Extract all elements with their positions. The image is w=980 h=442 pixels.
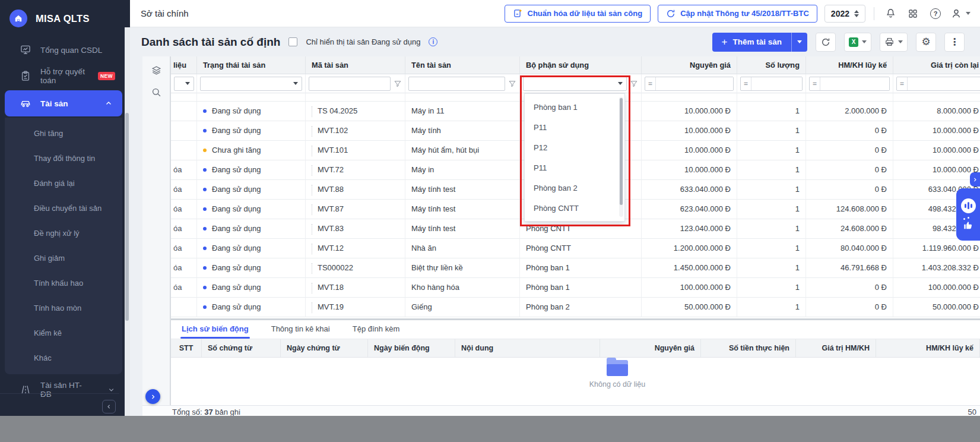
dropdown-option[interactable]: P12 bbox=[525, 138, 624, 158]
sidebar-subitem[interactable]: Tính khấu hao bbox=[5, 271, 122, 296]
apps-button[interactable] bbox=[905, 6, 921, 21]
detail-column-header[interactable]: HM/KH lũy kế bbox=[876, 339, 980, 357]
detail-column-header[interactable]: Ngày chứng từ bbox=[281, 339, 368, 357]
column-header-partial[interactable]: liệu bbox=[171, 56, 197, 74]
filter-input-cost[interactable] bbox=[656, 77, 733, 90]
column-header[interactable]: Mã tài sản bbox=[306, 56, 405, 74]
filter-funnel-icon[interactable] bbox=[508, 80, 516, 88]
filter-number-accum[interactable]: = bbox=[809, 77, 890, 91]
column-header[interactable]: Bộ phận sử dụng bbox=[520, 56, 642, 74]
app-scrollbar[interactable] bbox=[125, 27, 130, 416]
add-asset-button[interactable]: +Thêm tài sản bbox=[712, 33, 807, 52]
dropdown-scrollbar[interactable] bbox=[619, 97, 623, 217]
dropdown-option[interactable]: P11 bbox=[525, 158, 624, 178]
filter-funnel-icon[interactable] bbox=[630, 80, 638, 88]
sidebar-item-tong-quan[interactable]: Tổng quan CSDL bbox=[0, 37, 125, 63]
filter-input-code[interactable] bbox=[309, 77, 391, 91]
assistant-chat-icon[interactable] bbox=[961, 198, 976, 213]
table-row[interactable]: óaĐang sử dụngMVT.12Nhà ănPhòng CNTT1.20… bbox=[171, 239, 980, 258]
update-circular-button[interactable]: Cập nhật Thông tư 45/2018/TT-BTC bbox=[658, 5, 817, 23]
detail-tab[interactable]: Thông tin kê khai bbox=[270, 324, 331, 339]
filter-input-accum[interactable] bbox=[820, 77, 889, 90]
filter-number-remain[interactable]: = bbox=[896, 77, 980, 91]
dropdown-option[interactable]: Phòng CNTT bbox=[525, 198, 624, 219]
column-header[interactable]: Nguyên giá bbox=[642, 56, 737, 74]
filter-number-cost[interactable]: = bbox=[645, 77, 734, 91]
notifications-button[interactable] bbox=[883, 6, 898, 21]
fiscal-year-selector[interactable]: 2022 bbox=[824, 5, 865, 23]
table-row[interactable]: Đang sử dụngMVT.19GiếngPhòng ban 250.000… bbox=[171, 298, 980, 317]
sidebar-subitem[interactable]: Thay đổi thông tin bbox=[5, 146, 122, 171]
column-header[interactable]: Số lượng bbox=[737, 56, 806, 74]
table-row[interactable]: óaĐang sử dụngTS000022Biệt thự liền kềPh… bbox=[171, 258, 980, 278]
filter-funnel-icon[interactable] bbox=[394, 80, 402, 88]
user-menu[interactable] bbox=[950, 6, 971, 21]
add-asset-dropdown[interactable] bbox=[792, 40, 807, 43]
table-row[interactable]: óaĐang sử dụngMVT.83Máy tính testPhòng C… bbox=[171, 219, 980, 239]
sidebar-item-ho-tro[interactable]: Hỗ trợ quyết toán NEW bbox=[0, 63, 125, 89]
sidebar-subitem[interactable]: Ghi giảm bbox=[5, 246, 122, 271]
detail-tab[interactable]: Tệp đính kèm bbox=[351, 324, 401, 339]
widget-expand-tab[interactable] bbox=[970, 172, 980, 187]
reload-button[interactable] bbox=[816, 33, 836, 52]
filter-select-status[interactable] bbox=[200, 77, 302, 91]
settings-button[interactable] bbox=[916, 33, 936, 52]
sidebar-subitem[interactable]: Tính hao mòn bbox=[5, 296, 122, 321]
dropdown-option[interactable]: Phòng ban 2 bbox=[525, 178, 624, 198]
sidebar-subitem[interactable]: Khác bbox=[5, 346, 122, 371]
page-header: Danh sách tài sản cố định Chỉ hiển thị t… bbox=[130, 27, 980, 56]
user-icon bbox=[950, 8, 962, 20]
filter-select-department[interactable] bbox=[523, 77, 627, 91]
detail-tab[interactable]: Lịch sử biến động bbox=[180, 324, 250, 339]
feedback-thumbs-up-icon[interactable] bbox=[962, 219, 974, 231]
layers-icon[interactable] bbox=[151, 65, 162, 76]
cell-accumulated: 46.791.668 Đ bbox=[806, 258, 893, 278]
search-icon[interactable] bbox=[151, 87, 162, 98]
scrollbar-thumb[interactable] bbox=[125, 113, 129, 321]
filter-input-qty[interactable] bbox=[751, 77, 802, 90]
more-options-button[interactable] bbox=[944, 33, 965, 52]
print-button[interactable] bbox=[880, 33, 908, 52]
column-header[interactable]: Tên tài sản bbox=[405, 56, 520, 74]
detail-column-header[interactable]: Ngày biến động bbox=[368, 339, 455, 357]
filter-number-qty[interactable]: = bbox=[740, 77, 803, 91]
sidebar-subitem[interactable]: Đề nghị xử lý bbox=[5, 221, 122, 246]
sidebar-collapse-button[interactable] bbox=[102, 400, 116, 413]
help-button[interactable] bbox=[928, 6, 943, 21]
equals-operator[interactable]: = bbox=[645, 77, 656, 90]
in-use-only-checkbox[interactable] bbox=[288, 37, 297, 46]
normalize-data-button[interactable]: Chuẩn hóa dữ liệu tài sản công bbox=[505, 5, 651, 23]
sidebar-subitem[interactable]: Điều chuyển tài sản bbox=[5, 196, 122, 221]
column-header[interactable]: HM/KH lũy kế bbox=[806, 56, 893, 74]
detail-column-header[interactable]: STT bbox=[171, 339, 202, 357]
cell-lock bbox=[171, 121, 197, 141]
column-header[interactable]: Giá trị còn lại bbox=[893, 56, 980, 74]
spinner-icon[interactable] bbox=[854, 10, 859, 17]
sidebar-subitem[interactable]: Đánh giá lại bbox=[5, 171, 122, 196]
column-header[interactable]: Trạng thái tài sản bbox=[197, 56, 306, 74]
equals-operator[interactable]: = bbox=[897, 77, 908, 90]
equals-operator[interactable]: = bbox=[810, 77, 820, 90]
sidebar-subitem[interactable]: Ghi tăng bbox=[5, 121, 122, 146]
filter-input-remain[interactable] bbox=[908, 77, 980, 90]
detail-column-header[interactable]: Số tiền thực hiện bbox=[701, 339, 796, 357]
scrollbar-thumb[interactable] bbox=[620, 98, 623, 205]
cell-lock bbox=[171, 102, 197, 121]
dropdown-option[interactable]: P11 bbox=[525, 118, 624, 138]
sidebar-item-tai-san-ht-db[interactable]: Tài sản HT-ĐB bbox=[0, 377, 125, 403]
sidebar-subitem[interactable]: Kiểm kê bbox=[5, 321, 122, 346]
detail-column-header[interactable]: Nội dung bbox=[455, 339, 600, 357]
info-icon[interactable] bbox=[429, 37, 437, 46]
filter-select-lock[interactable] bbox=[174, 77, 194, 91]
export-excel-button[interactable] bbox=[844, 33, 871, 52]
sidebar-item-tai-san[interactable]: Tài sản bbox=[5, 90, 122, 116]
table-row[interactable]: óaĐang sử dụngMVT.18Kho hàng hóaPhòng ba… bbox=[171, 278, 980, 298]
detail-column-header[interactable]: Giá trị HM/KH bbox=[796, 339, 876, 357]
detail-column-header[interactable]: Nguyên giá bbox=[600, 339, 701, 357]
expand-panel-button[interactable] bbox=[145, 389, 160, 404]
filter-input-name[interactable] bbox=[408, 77, 505, 91]
detail-column-header[interactable]: Số chứng từ bbox=[202, 339, 281, 357]
equals-operator[interactable]: = bbox=[741, 77, 751, 90]
support-widget-panel bbox=[956, 188, 980, 241]
dropdown-option[interactable]: Phòng ban 1 bbox=[525, 97, 624, 118]
